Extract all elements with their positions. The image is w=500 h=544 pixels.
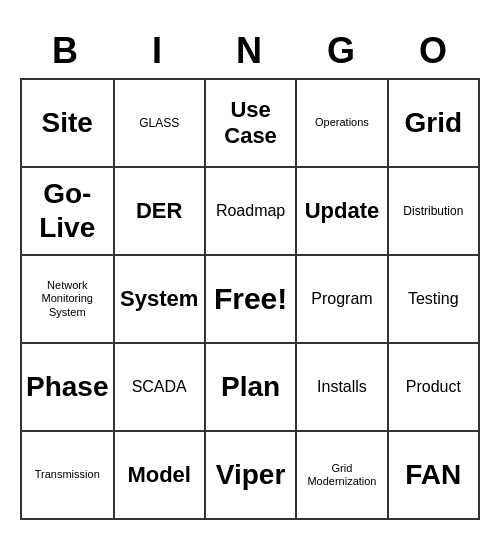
bingo-cell-5: Go-Live: [22, 168, 115, 256]
cell-text-6: DER: [136, 198, 182, 224]
bingo-cell-16: SCADA: [115, 344, 206, 432]
cell-text-20: Transmission: [35, 468, 100, 481]
bingo-cell-22: Viper: [206, 432, 297, 520]
bingo-cell-2: Use Case: [206, 80, 297, 168]
cell-text-2: Use Case: [210, 97, 291, 150]
header-i: I: [112, 24, 204, 78]
bingo-cell-6: DER: [115, 168, 206, 256]
cell-text-21: Model: [127, 462, 191, 488]
cell-text-3: Operations: [315, 116, 369, 129]
cell-text-12: Free!: [214, 281, 287, 317]
bingo-header: B I N G O: [20, 24, 480, 78]
bingo-cell-7: Roadmap: [206, 168, 297, 256]
cell-text-5: Go-Live: [26, 177, 109, 244]
header-o: O: [388, 24, 480, 78]
cell-text-9: Distribution: [403, 204, 463, 218]
bingo-cell-12: Free!: [206, 256, 297, 344]
header-b: B: [20, 24, 112, 78]
header-g: G: [296, 24, 388, 78]
bingo-cell-19: Product: [389, 344, 480, 432]
cell-text-10: Network Monitoring System: [26, 279, 109, 319]
cell-text-24: FAN: [405, 458, 461, 492]
cell-text-15: Phase: [26, 370, 109, 404]
cell-text-17: Plan: [221, 370, 280, 404]
cell-text-22: Viper: [216, 458, 286, 492]
bingo-cell-17: Plan: [206, 344, 297, 432]
cell-text-18: Installs: [317, 377, 367, 396]
bingo-cell-18: Installs: [297, 344, 388, 432]
bingo-cell-15: Phase: [22, 344, 115, 432]
bingo-cell-0: Site: [22, 80, 115, 168]
cell-text-1: GLASS: [139, 116, 179, 130]
bingo-cell-9: Distribution: [389, 168, 480, 256]
cell-text-16: SCADA: [132, 377, 187, 396]
header-n: N: [204, 24, 296, 78]
cell-text-13: Program: [311, 289, 372, 308]
cell-text-4: Grid: [405, 106, 463, 140]
bingo-cell-11: System: [115, 256, 206, 344]
cell-text-14: Testing: [408, 289, 459, 308]
cell-text-0: Site: [42, 106, 93, 140]
bingo-cell-23: Grid Modernization: [297, 432, 388, 520]
bingo-cell-1: GLASS: [115, 80, 206, 168]
cell-text-19: Product: [406, 377, 461, 396]
bingo-card: B I N G O SiteGLASSUse CaseOperationsGri…: [20, 24, 480, 520]
bingo-cell-10: Network Monitoring System: [22, 256, 115, 344]
bingo-grid: SiteGLASSUse CaseOperationsGridGo-LiveDE…: [20, 78, 480, 520]
bingo-cell-20: Transmission: [22, 432, 115, 520]
bingo-cell-13: Program: [297, 256, 388, 344]
bingo-cell-14: Testing: [389, 256, 480, 344]
bingo-cell-4: Grid: [389, 80, 480, 168]
bingo-cell-3: Operations: [297, 80, 388, 168]
cell-text-23: Grid Modernization: [301, 462, 382, 488]
cell-text-11: System: [120, 286, 198, 312]
bingo-cell-24: FAN: [389, 432, 480, 520]
cell-text-7: Roadmap: [216, 201, 285, 220]
bingo-cell-21: Model: [115, 432, 206, 520]
cell-text-8: Update: [305, 198, 380, 224]
bingo-cell-8: Update: [297, 168, 388, 256]
